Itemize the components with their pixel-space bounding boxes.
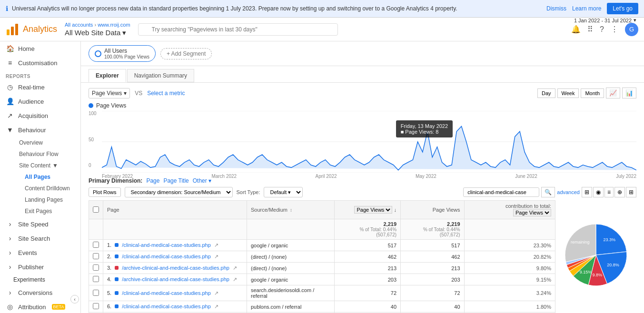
tab-explorer[interactable]: Explorer [89,69,126,82]
row-page-cell: 5. /clinical-and-medical-case-studies.ph… [103,285,247,301]
learn-more-button[interactable]: Learn more [572,5,601,12]
week-button[interactable]: Week [557,88,579,98]
sidebar-item-attribution[interactable]: ◎ Attribution BETA [0,300,80,313]
metric-selector[interactable]: Page Views ▾ [89,88,130,98]
add-segment-button[interactable]: + Add Segment [160,48,212,59]
bar-chart-button[interactable]: 📊 [622,88,636,98]
breadcrumb-all-accounts[interactable]: All accounts [65,22,93,28]
breadcrumb-site[interactable]: www.rroij.com [98,22,130,28]
sidebar-item-events[interactable]: › Events [0,245,80,260]
table-row: 4. /archive-clinical-and-medical-case-st… [89,274,555,285]
row-checkbox[interactable] [93,264,99,271]
row-pv2-cell: 40 [401,301,465,313]
day-button[interactable]: Day [537,88,555,98]
behaviour-sub: Overview Behaviour Flow Site Content ▼ A… [0,137,80,217]
header-right: 🔔 ⠿ ? ⋮ G [571,23,638,36]
contribution-select[interactable]: Page Views [513,209,551,216]
sort-type-select[interactable]: Default ▾ [264,187,303,197]
page-link[interactable]: /clinical-and-medical-case-studies.php [122,290,210,296]
row-checkbox[interactable] [93,276,99,282]
select-all-checkbox[interactable] [93,206,99,213]
help-icon[interactable]: ? [600,25,604,34]
sidebar-item-overview[interactable]: Overview [15,137,80,148]
line-chart-button[interactable]: 📈 [606,88,620,98]
filter-input[interactable] [463,187,539,197]
sidebar-item-behaviour[interactable]: ▼ Behaviour [0,123,80,137]
more-icon[interactable]: ⋮ [611,25,618,34]
chart-area: Page Views ▾ VS Select a metric Day Week… [81,83,644,177]
filter-search-button[interactable]: 🔍 [541,187,555,197]
reports-label: REPORTS [0,70,80,80]
advanced-link[interactable]: advanced [557,189,580,195]
page-views-select[interactable]: Page Views [354,206,392,214]
page-link[interactable]: /clinical-and-medical-case-studies.php [122,303,210,309]
segment-circle [95,50,101,57]
all-users-segment[interactable]: All Users 100.00% Page Views [89,45,156,62]
row-checkbox[interactable] [93,303,99,309]
plot-rows-button[interactable]: Plot Rows [89,187,121,197]
col-contribution-header: contribution to total: Page Views [464,201,555,219]
pie-view-button[interactable]: ◉ [593,187,604,197]
secondary-dim-select[interactable]: Secondary dimension: Source/Medium [125,187,233,197]
chevron-down-icon: ▾ [634,17,636,23]
lets-go-button[interactable]: Let's go [607,3,638,14]
sidebar-item-site-search[interactable]: › Site Search [0,231,80,245]
date-range-display[interactable]: 1 Jan 2022 - 31 Jul 2022 ▾ [574,17,636,23]
avatar[interactable]: G [625,23,638,36]
sidebar-item-customisation[interactable]: ≡ Customisation [0,56,80,70]
row-checkbox[interactable] [93,290,99,296]
tab-navigation-summary[interactable]: Navigation Summary [127,69,194,82]
apps-icon[interactable]: ⠿ [587,25,593,34]
search-input[interactable] [138,23,338,36]
sidebar-item-site-content[interactable]: Site Content ▼ [15,160,80,171]
row-pv-cell: 40 [335,301,401,313]
col-page-views-header[interactable]: Page Views ↓ [335,201,401,219]
sidebar-item-site-speed[interactable]: › Site Speed [0,217,80,231]
external-link-icon[interactable]: ↗ [233,276,237,282]
row-color-indicator [115,304,119,308]
external-link-icon[interactable]: ↗ [214,242,218,248]
select-metric-link[interactable]: Select a metric [147,90,185,97]
pivot-view-button[interactable]: ⊕ [614,187,625,197]
sidebar-item-acquisition[interactable]: ↗ Acquisition [0,108,80,123]
page-link[interactable]: /clinical-and-medical-case-studies.php [122,242,210,248]
sidebar-item-home[interactable]: 🏠 Home [0,41,80,56]
sidebar-item-exit-pages[interactable]: Exit Pages [21,205,80,217]
sidebar-item-publisher[interactable]: › Publisher [0,260,80,274]
row-checkbox[interactable] [93,253,99,259]
breadcrumb: All accounts › www.rroij.com [65,22,130,28]
property-selector[interactable]: All Web Site Data ▾ [65,29,130,37]
sidebar-item-audience[interactable]: 👤 Audience [0,94,80,108]
notifications-icon[interactable]: 🔔 [571,25,581,34]
bar-view-button[interactable]: ≡ [604,187,614,197]
month-button[interactable]: Month [581,88,604,98]
page-link[interactable]: /archive-clinical-and-medical-case-studi… [122,265,229,271]
row-page-cell: 1. /clinical-and-medical-case-studies.ph… [103,240,247,251]
totals-contrib-cell [464,219,555,240]
row-checkbox[interactable] [93,242,99,248]
page-link[interactable]: /archive-clinical-and-medical-case-studi… [122,276,229,282]
row-pv-cell: 213 [335,263,401,274]
row-page-cell: 4. /archive-clinical-and-medical-case-st… [103,274,247,285]
sidebar-item-conversions[interactable]: › Conversions [0,285,80,300]
dismiss-button[interactable]: Dismiss [546,5,566,12]
sidebar-item-realtime[interactable]: ◷ Real-time [0,80,80,94]
page-link[interactable]: /clinical-and-medical-case-studies.php [122,254,210,259]
sidebar-item-content-drilldown[interactable]: Content Drilldown [21,183,80,194]
table-row: 2. /clinical-and-medical-case-studies.ph… [89,251,555,263]
sidebar-collapse-button[interactable]: ‹ [70,295,79,303]
external-link-icon[interactable]: ↗ [214,303,218,309]
segment-pct: 100.00% Page Views [104,54,149,59]
external-link-icon[interactable]: ↗ [214,290,218,296]
row-color-indicator [115,291,119,295]
grid-view-button[interactable]: ⊞ [582,187,592,197]
sidebar-item-landing-pages[interactable]: Landing Pages [21,194,80,205]
sidebar-item-experiments[interactable]: Experiments [0,274,80,285]
scatter-view-button[interactable]: ⊞ [626,187,636,197]
external-link-icon[interactable]: ↗ [214,254,218,259]
table-wrapper: Page Source/Medium ↕ Page Views [89,200,636,313]
sidebar-item-all-pages[interactable]: All Pages [21,171,80,183]
attribution-beta-badge: BETA [52,304,66,310]
external-link-icon[interactable]: ↗ [233,265,237,271]
sidebar-item-behaviour-flow[interactable]: Behaviour Flow [15,148,80,160]
